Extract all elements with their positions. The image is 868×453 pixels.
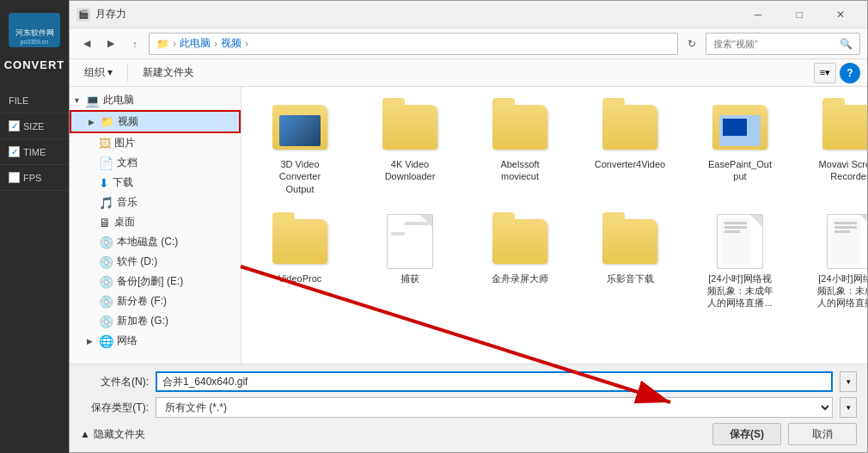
filename-dropdown[interactable]: ▾ [840, 371, 857, 392]
organize-button[interactable]: 组织 ▾ [76, 63, 120, 83]
up-button[interactable]: ↑ [125, 34, 145, 54]
filetype-dropdown[interactable]: ▾ [840, 397, 857, 418]
title-bar-title: 月存力 [95, 7, 126, 21]
filetype-row: 保存类型(T): 所有文件 (*.*) ▾ [80, 397, 857, 418]
tree-item-drive-d[interactable]: 💿 软件 (D:) [70, 252, 241, 272]
file-icon-converter [602, 100, 657, 155]
maximize-button[interactable]: □ [779, 1, 819, 28]
file-icon-movavi-screen [822, 100, 867, 155]
tree-item-drive-c[interactable]: 💿 本地磁盘 (C:) [70, 232, 241, 252]
file-item-easepaint[interactable]: EasePaint_Output [688, 94, 792, 201]
folder-big-easepaint [712, 105, 767, 150]
tree-label-pictures: 图片 [114, 136, 135, 150]
file-name-converter: Converter4Video [595, 158, 665, 170]
folder-img-easepaint [719, 115, 761, 146]
tree-item-downloads[interactable]: ⬇ 下载 [70, 173, 241, 193]
sidebar-item-file-label: FILE [9, 95, 28, 106]
sidebar-item-time[interactable]: TIME [0, 139, 69, 165]
filename-input[interactable] [156, 371, 833, 392]
file-icon-24h1 [712, 214, 767, 269]
title-bar-controls: ─ □ ✕ [738, 1, 860, 28]
tree-label-drive-g: 新加卷 (G:) [117, 314, 168, 328]
folder-big-leyy [602, 219, 657, 264]
file-name-movavi-screen: Movavi ScreenRecorder [819, 158, 867, 183]
filetype-select[interactable]: 所有文件 (*.*) [156, 397, 833, 418]
addr-videos[interactable]: 视频 [221, 36, 241, 51]
view-button[interactable]: ≡▾ [814, 63, 836, 83]
file-name-24h2: [24小时]网络视频乱象：未成年人的网络直播... [817, 272, 868, 309]
folder-big-abelssoft [492, 105, 547, 150]
tree-item-pictures[interactable]: 🖼 图片 [70, 133, 241, 153]
file-item-movavi-screen[interactable]: Movavi ScreenRecorder [798, 94, 867, 201]
tree-arrow-computer: ▼ [73, 96, 82, 105]
file-item-capture[interactable]: 捕获 [358, 208, 462, 315]
tree-item-computer[interactable]: ▼ 💻 此电脑 [70, 90, 241, 110]
time-checkbox[interactable] [9, 146, 20, 157]
hide-folders-label: 隐藏文件夹 [94, 427, 145, 442]
file-name-3dvideo: 3D VideoConverterOutput [279, 158, 321, 195]
file-item-3dvideo[interactable]: 3D VideoConverterOutput [248, 94, 351, 201]
sidebar-item-size-label: SIZE [23, 121, 44, 132]
file-item-converter[interactable]: Converter4Video [578, 94, 682, 201]
file-name-4kvideo: 4K VideoDownloader [385, 158, 436, 183]
help-button[interactable]: ? [840, 63, 860, 83]
files-panel: 3D VideoConverterOutput 4K VideoDownload… [241, 87, 867, 364]
tree-label-music: 音乐 [117, 195, 138, 210]
sidebar-item-size[interactable]: SIZE [0, 113, 69, 139]
tree-item-docs[interactable]: 📄 文档 [70, 153, 241, 173]
save-button[interactable]: 保存(S) [712, 423, 781, 445]
tree-item-drive-g[interactable]: 💿 新加卷 (G:) [70, 311, 241, 331]
refresh-button[interactable]: ↻ [682, 34, 702, 54]
file-item-leyy[interactable]: 乐影音下载 [578, 208, 682, 315]
file-icon-jinzhou [492, 214, 547, 269]
file-item-24h2[interactable]: [24小时]网络视频乱象：未成年人的网络直播... [798, 208, 867, 315]
new-folder-button[interactable]: 新建文件夹 [135, 63, 202, 83]
back-button[interactable]: ◀ [76, 34, 97, 54]
file-item-abelssoft[interactable]: Abelssoftmoviecut [468, 94, 572, 201]
sidebar-item-file[interactable]: FILE [0, 89, 69, 113]
tree-item-drive-e[interactable]: 💿 备份[勿删] (E:) [70, 272, 241, 291]
tree-item-music[interactable]: 🎵 音乐 [70, 193, 241, 212]
svg-text:pc0359.cn: pc0359.cn [21, 39, 48, 46]
tree-item-network[interactable]: ▶ 🌐 网络 [70, 331, 241, 351]
close-button[interactable]: ✕ [821, 1, 860, 28]
addr-this-pc[interactable]: 此电脑 [180, 36, 211, 51]
folder-big-converter [602, 105, 657, 150]
hide-folders-toggle[interactable]: ▲ 隐藏文件夹 [80, 427, 145, 442]
address-path[interactable]: 📁 › 此电脑 › 视频 › [149, 33, 678, 55]
search-input[interactable] [713, 39, 836, 49]
file-item-4kvideo[interactable]: 4K VideoDownloader [358, 94, 462, 201]
tree-item-drive-f[interactable]: 💿 新分卷 (F:) [70, 291, 241, 311]
file-icon-leyy [602, 214, 657, 269]
video-folder-icon: 📁 [101, 115, 114, 128]
file-item-videoproc[interactable]: VideoProc [248, 208, 351, 315]
minimize-button[interactable]: ─ [738, 1, 778, 28]
tree-panel: ▼ 💻 此电脑 ▶ 📁 视频 🖼 图片 📄 文档 [70, 87, 241, 364]
file-name-jinzhou: 金舟录屏大师 [492, 272, 548, 285]
fps-checkbox[interactable] [9, 172, 20, 183]
file-icon-capture [382, 214, 437, 269]
pictures-icon: 🖼 [99, 137, 111, 150]
bottom-buttons: ▲ 隐藏文件夹 保存(S) 取消 [80, 423, 857, 445]
file-item-jinzhou[interactable]: 金舟录屏大师 [468, 208, 572, 315]
drive-f-icon: 💿 [99, 295, 113, 309]
download-icon: ⬇ [99, 176, 109, 190]
folder-img-3dvideo [279, 115, 321, 146]
forward-button[interactable]: ▶ [101, 34, 121, 54]
doc-24h1 [717, 214, 763, 269]
search-icon: 🔍 [840, 38, 853, 50]
tree-item-videos[interactable]: ▶ 📁 视频 [70, 110, 241, 133]
doc-capture [387, 214, 433, 269]
tree-item-desktop[interactable]: 🖥 桌面 [70, 212, 241, 232]
size-checkbox[interactable] [9, 120, 20, 132]
folder-big-4kvideo [382, 105, 437, 150]
cancel-button[interactable]: 取消 [788, 423, 857, 445]
file-name-easepaint: EasePaint_Output [708, 158, 772, 183]
toolbar-right: ≡▾ ? [814, 63, 860, 83]
tree-label-desktop: 桌面 [114, 215, 135, 230]
file-icon-24h2 [822, 214, 867, 269]
sidebar-item-fps[interactable]: FPS [0, 165, 69, 191]
file-name-abelssoft: Abelssoftmoviecut [500, 158, 539, 183]
tree-label-videos: 视频 [118, 114, 138, 129]
file-item-24h1[interactable]: [24小时]网络视频乱象：未成年人的网络直播... [688, 208, 792, 315]
